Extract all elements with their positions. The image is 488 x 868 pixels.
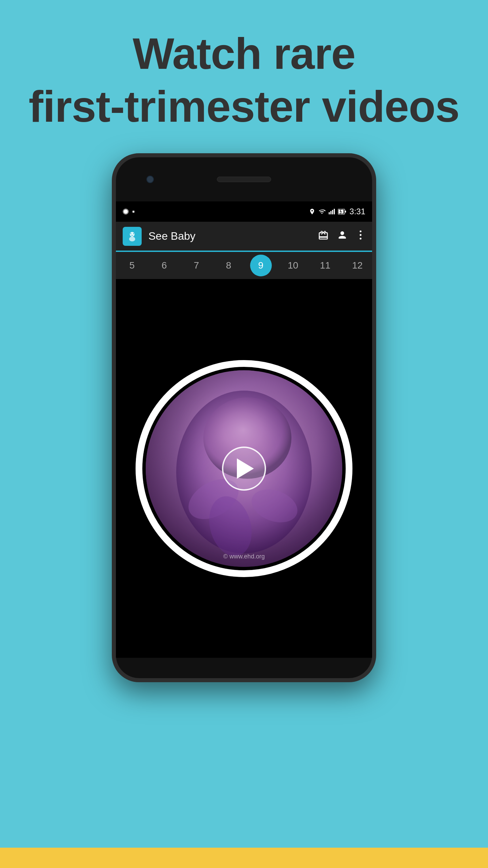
video-area: © www.ehd.org: [116, 279, 372, 658]
hero-title: Watch rare first-trimester videos: [0, 27, 488, 133]
baby-icon: [126, 230, 138, 242]
location-icon: [309, 208, 316, 215]
play-icon: [237, 458, 254, 479]
week-tab-9[interactable]: 9: [245, 252, 277, 279]
signal-icon: [328, 208, 335, 215]
svg-point-9: [130, 233, 131, 234]
svg-rect-3: [334, 209, 335, 215]
svg-rect-0: [329, 212, 330, 215]
app-bar-actions: [318, 230, 365, 243]
week-tabs[interactable]: 5 6 7 8 9 10 11 12 13: [116, 252, 372, 279]
phone-device: ▪: [112, 153, 376, 682]
svg-point-10: [133, 233, 134, 234]
svg-point-13: [360, 238, 361, 239]
gift-icon[interactable]: [318, 230, 329, 243]
status-left-icons: ▪: [123, 207, 135, 216]
app-logo-icon: [126, 230, 139, 243]
phone-wrapper: ▪: [0, 153, 488, 682]
profile-icon[interactable]: [337, 230, 348, 243]
svg-point-8: [129, 237, 135, 241]
phone-bottom-bezel: [116, 658, 372, 678]
status-right-area: 3:31: [309, 207, 365, 216]
svg-point-7: [130, 232, 135, 237]
svg-point-11: [360, 231, 361, 232]
notification-icon: [123, 209, 129, 215]
status-bar: ▪: [116, 201, 372, 222]
hero-section: Watch rare first-trimester videos: [0, 0, 488, 153]
bottom-strip: [0, 848, 488, 868]
svg-rect-2: [332, 210, 333, 214]
svg-rect-1: [330, 211, 331, 214]
watermark: © www.ehd.org: [223, 553, 265, 560]
app-bar-title: See Baby: [148, 230, 311, 242]
week-tab-6[interactable]: 6: [148, 252, 180, 279]
week-tab-10[interactable]: 10: [277, 252, 309, 279]
earpiece-speaker: [217, 177, 271, 182]
hero-line2: first-trimester videos: [28, 82, 459, 131]
hero-line1: Watch rare: [133, 29, 355, 78]
week-tab-11[interactable]: 11: [309, 252, 341, 279]
video-circle: © www.ehd.org: [146, 370, 342, 567]
svg-rect-6: [345, 211, 346, 213]
play-button[interactable]: [222, 447, 266, 491]
app-logo: [123, 227, 142, 246]
svg-point-12: [360, 234, 361, 236]
week-tab-active-circle: 9: [250, 255, 272, 276]
week-tab-5[interactable]: 5: [116, 252, 148, 279]
phone-top-bezel: [116, 157, 372, 201]
week-tab-12[interactable]: 12: [341, 252, 372, 279]
week-tab-8[interactable]: 8: [212, 252, 245, 279]
status-time: 3:31: [349, 207, 365, 216]
front-camera: [146, 176, 154, 183]
phone-screen: ▪: [116, 201, 372, 658]
battery-icon: [338, 208, 347, 215]
wifi-icon: [318, 208, 326, 215]
week-tab-7[interactable]: 7: [180, 252, 212, 279]
app-bar: See Baby: [116, 222, 372, 251]
more-options-icon[interactable]: [356, 230, 365, 243]
sd-card-icon: ▪: [132, 207, 135, 216]
